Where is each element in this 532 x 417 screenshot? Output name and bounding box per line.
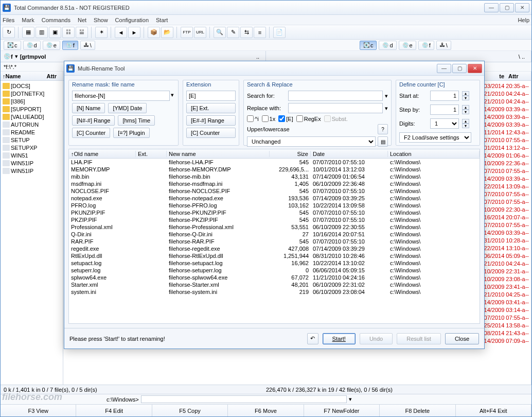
table-row[interactable]: system.inifilehorse-system.ini21906/10/2…: [69, 288, 480, 296]
btn-plugin[interactable]: [=?] Plugin: [113, 128, 149, 138]
unpack-icon[interactable]: 📂: [161, 27, 173, 38]
table-row[interactable]: RAR.PIFfilehorse-RAR.PIF54507/07/2010 07…: [69, 238, 480, 245]
counter-start-input[interactable]: [430, 91, 459, 101]
btn-E-counter[interactable]: [C] Counter: [186, 128, 236, 138]
fkey-f4[interactable]: F4 Edit: [76, 405, 152, 416]
spin-down-icon[interactable]: ▼: [462, 96, 469, 100]
menu-commands[interactable]: Commands: [42, 17, 70, 23]
left-drive-c[interactable]: 💽c: [4, 41, 21, 50]
spin-up-icon[interactable]: ▲: [462, 119, 469, 124]
btn-E-range[interactable]: [E#-#] Range: [186, 115, 236, 126]
list-item[interactable]: WIN51IP: [2, 159, 62, 167]
btn-hms[interactable]: [hms] Time: [118, 115, 155, 126]
upper-lower-select[interactable]: Unchanged: [247, 136, 376, 147]
menu-configuration[interactable]: Configuration: [115, 17, 149, 23]
spin-up-icon[interactable]: ▲: [462, 91, 469, 96]
left-column-header[interactable]: ↑Name Attr: [1, 72, 63, 81]
fkey-f7[interactable]: F7 NewFolder: [304, 405, 380, 416]
right-drive-d[interactable]: 💿d: [379, 41, 396, 50]
table-row[interactable]: splwow64.exefilehorse-splwow64.exe67,072…: [69, 274, 480, 281]
spin-down-icon[interactable]: ▼: [462, 124, 469, 128]
view-brief-icon[interactable]: ▦: [22, 27, 34, 38]
menu-start[interactable]: Start: [156, 17, 168, 23]
list-item[interactable]: WIN51IP: [2, 167, 62, 175]
replace-dropdown-icon[interactable]: ▾: [385, 105, 388, 112]
load-save-settings[interactable]: F2 Load/save settings: [399, 132, 471, 143]
list-item[interactable]: SETUP: [2, 136, 62, 144]
list-item[interactable]: [DOCS]: [2, 82, 62, 90]
right-path[interactable]: \ ..: [266, 51, 531, 62]
btn-N-range[interactable]: [N#-#] Range: [72, 115, 115, 126]
table-row[interactable]: msdfmap.inifilehorse-msdfmap.ini1,40506/…: [69, 180, 480, 187]
left-path[interactable]: 💿f ▾ [grtmpvol ..: [1, 51, 266, 62]
dlg-minimize-button[interactable]: —: [437, 64, 451, 73]
back-icon[interactable]: ◄: [115, 27, 127, 38]
notepad-icon[interactable]: 📄: [273, 27, 286, 38]
pack-icon[interactable]: 📦: [148, 27, 160, 38]
fkey-f6[interactable]: F6 Move: [228, 405, 304, 416]
list-item[interactable]: README: [2, 128, 62, 136]
chk-E[interactable]: [278, 115, 285, 122]
menu-mark[interactable]: Mark: [22, 17, 34, 23]
left-updir[interactable]: ..: [253, 54, 262, 60]
list-item[interactable]: WIN51: [2, 151, 62, 159]
left-file-list[interactable]: [DOCS][DOTNETFX][I386][SUPPORT][VALUEADD…: [1, 81, 63, 385]
preview-rows[interactable]: LHA.PIFfilehorse-LHA.PIF54507/07/2010 07…: [69, 159, 480, 323]
edit-list-icon[interactable]: ▤: [378, 136, 388, 147]
table-row[interactable]: LHA.PIFfilehorse-LHA.PIF54507/07/2010 07…: [69, 159, 480, 166]
maximize-button[interactable]: ▢: [500, 3, 514, 12]
table-row[interactable]: setupact.logfilehorse-setupact.log16,962…: [69, 259, 480, 267]
ext-input[interactable]: [186, 91, 236, 101]
minimize-button[interactable]: —: [484, 3, 499, 12]
sync-icon[interactable]: ⇆: [240, 27, 253, 38]
view-custom-icon[interactable]: ☱: [76, 27, 88, 38]
right-drive-net[interactable]: 🖧\: [436, 41, 451, 50]
right-drive-f[interactable]: 💿f: [418, 41, 434, 50]
dlg-maximize-button[interactable]: ▢: [452, 64, 467, 73]
list-item[interactable]: [VALUEADD]: [2, 113, 62, 120]
list-item[interactable]: [I386]: [2, 97, 62, 105]
menu-show[interactable]: Show: [94, 17, 108, 23]
list-item[interactable]: [DOTNETFX]: [2, 90, 62, 97]
table-row[interactable]: Starter.xmlfilehorse-Starter.xml48,20106…: [69, 281, 480, 288]
search-icon[interactable]: 🔍: [214, 27, 226, 38]
fkey-altf4[interactable]: Alt+F4 Exit: [456, 405, 531, 416]
help-button[interactable]: ?: [378, 124, 388, 134]
refresh-icon[interactable]: ↻: [3, 27, 15, 38]
left-drive-f[interactable]: 💿f: [62, 41, 78, 50]
mask-dropdown-icon[interactable]: ▾: [170, 91, 175, 101]
left-drive-net[interactable]: 🖧\: [80, 41, 95, 50]
table-row[interactable]: NOCLOSE.PIFfilehorse-NOCLOSE.PIF54507/07…: [69, 187, 480, 195]
chk-regex[interactable]: [296, 115, 303, 122]
btn-C-counter[interactable]: [C] Counter: [72, 128, 110, 138]
replace-with-input[interactable]: [288, 103, 383, 113]
chk-1x[interactable]: [262, 115, 269, 122]
counter-digits-select[interactable]: 1: [430, 118, 459, 129]
undo-step-icon[interactable]: ↶: [307, 333, 318, 344]
fkey-f8[interactable]: F8 Delete: [380, 405, 455, 416]
table-row[interactable]: mib.binfilehorse-mib.bin43,13107/14/2009…: [69, 173, 480, 180]
mask-input[interactable]: [72, 91, 170, 101]
close-button[interactable]: ✕: [515, 3, 529, 12]
right-drive-e[interactable]: 💿e: [399, 41, 416, 50]
multirename-icon[interactable]: ✎: [227, 27, 239, 38]
invert-selection-icon[interactable]: ✶: [95, 27, 108, 38]
list-item[interactable]: SETUPXP: [2, 144, 62, 151]
start-button[interactable]: Start!: [323, 333, 356, 344]
cmd-input[interactable]: [141, 395, 347, 403]
menu-help[interactable]: Help: [518, 17, 529, 23]
url-icon[interactable]: URL: [194, 27, 206, 38]
forward-icon[interactable]: ►: [128, 27, 140, 38]
table-row[interactable]: PKUNZIP.PIFfilehorse-PKUNZIP.PIF54507/07…: [69, 209, 480, 216]
table-row[interactable]: Q-Dir.inifilehorse-Q-Dir.ini2710/16/2014…: [69, 231, 480, 238]
table-row[interactable]: regedit.exefilehorse-regedit.exe427,0080…: [69, 245, 480, 252]
left-drive-e[interactable]: 💿e: [43, 41, 60, 50]
view-thumb-icon[interactable]: ▣: [49, 27, 61, 38]
btn-N[interactable]: [N] Name: [72, 103, 105, 113]
fkey-f3[interactable]: F3 View: [1, 405, 76, 416]
chk-case-insensitive[interactable]: [247, 115, 254, 122]
table-row[interactable]: setuperr.logfilehorse-setuperr.log006/06…: [69, 267, 480, 274]
table-row[interactable]: Professional.xmlfilehorse-Professional.x…: [69, 223, 480, 231]
table-row[interactable]: MEMORY.DMPfilehorse-MEMORY.DMP229,696,5.…: [69, 166, 480, 173]
left-drive-d[interactable]: 💿d: [23, 41, 41, 50]
